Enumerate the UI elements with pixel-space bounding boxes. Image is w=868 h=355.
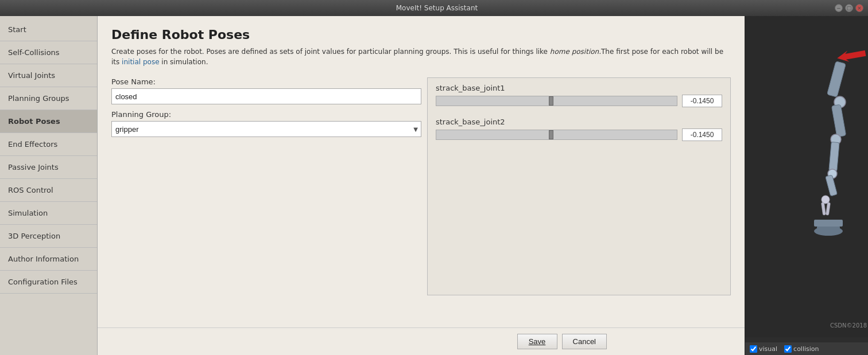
joint-slider-row-1 — [436, 95, 722, 107]
collision-checkbox[interactable] — [784, 345, 792, 353]
sidebar: Start Self-Collisions Virtual Joints Pla… — [0, 16, 98, 355]
joint-slider-1[interactable] — [436, 96, 677, 106]
joint-value-input-2[interactable] — [682, 128, 722, 141]
sidebar-item-start[interactable]: Start — [0, 18, 97, 41]
two-col-layout: Pose Name: Planning Group: gripper manip… — [111, 77, 731, 295]
page-description: Create poses for the robot. Poses are de… — [111, 46, 731, 67]
planning-group-label: Planning Group: — [111, 110, 421, 119]
sidebar-item-self-collisions[interactable]: Self-Collisions — [0, 41, 97, 64]
bottom-bar: Save Cancel — [98, 327, 745, 355]
save-button[interactable]: Save — [517, 334, 557, 349]
sidebar-item-planning-groups[interactable]: Planning Groups — [0, 87, 97, 110]
visual-checkbox-label[interactable]: visual — [750, 345, 777, 353]
collision-checkbox-label[interactable]: collision — [784, 345, 819, 353]
visual-label: visual — [759, 345, 777, 353]
planning-group-row: Planning Group: gripper manipulator arm … — [111, 110, 421, 137]
joint-name-1: strack_base_joint1 — [436, 84, 722, 92]
joint-slider-2[interactable] — [436, 130, 677, 140]
viewport-bottom: visual collision — [745, 342, 868, 355]
page-title: Define Robot Poses — [111, 28, 731, 42]
maximize-button[interactable]: □ — [845, 4, 853, 12]
window-title: MoveIt! Setup Assistant — [39, 4, 835, 12]
planning-group-select[interactable]: gripper manipulator arm — [111, 121, 421, 137]
sidebar-item-simulation[interactable]: Simulation — [0, 202, 97, 225]
sidebar-item-configuration-files[interactable]: Configuration Files — [0, 271, 97, 294]
sidebar-item-passive-joints[interactable]: Passive Joints — [0, 156, 97, 179]
sidebar-item-3d-perception[interactable]: 3D Perception — [0, 225, 97, 248]
robot-visual — [745, 16, 868, 337]
pose-name-row: Pose Name: — [111, 77, 421, 104]
joint-name-2: strack_base_joint2 — [436, 118, 722, 126]
window-controls[interactable]: − □ × — [835, 4, 863, 12]
collision-label: collision — [793, 345, 819, 353]
planning-group-select-wrap: gripper manipulator arm ▼ — [111, 121, 421, 137]
sidebar-item-robot-poses[interactable]: Robot Poses — [0, 110, 97, 133]
sidebar-item-author-information[interactable]: Author Information — [0, 248, 97, 271]
minimize-button[interactable]: − — [835, 4, 843, 12]
joint-slider-row-2 — [436, 128, 722, 141]
title-bar: MoveIt! Setup Assistant − □ × — [0, 0, 868, 16]
svg-rect-0 — [745, 16, 868, 337]
sidebar-item-ros-control[interactable]: ROS Control — [0, 179, 97, 202]
svg-rect-12 — [814, 220, 843, 227]
close-button[interactable]: × — [855, 4, 863, 12]
viewport-3d: CSDN©2018 — [745, 16, 868, 342]
pose-name-label: Pose Name: — [111, 77, 421, 86]
joint-row-1: strack_base_joint1 — [436, 84, 722, 107]
visual-checkbox[interactable] — [750, 345, 757, 353]
svg-point-14 — [814, 227, 843, 236]
cancel-button[interactable]: Cancel — [562, 334, 607, 349]
watermark: CSDN©2018 — [830, 322, 867, 329]
viewport-panel: CSDN©2018 visual collision — [745, 16, 868, 355]
sidebar-item-end-effectors[interactable]: End Effectors — [0, 133, 97, 156]
main-content: Define Robot Poses Create poses for the … — [98, 16, 745, 355]
sidebar-item-virtual-joints[interactable]: Virtual Joints — [0, 64, 97, 87]
left-form: Pose Name: Planning Group: gripper manip… — [111, 77, 421, 295]
pose-name-input[interactable] — [111, 88, 421, 104]
joint-row-2: strack_base_joint2 — [436, 118, 722, 141]
joints-panel: strack_base_joint1 strack_base_joint2 — [427, 77, 731, 295]
content-area: Define Robot Poses Create poses for the … — [98, 16, 745, 327]
joint-value-input-1[interactable] — [682, 95, 722, 107]
app-body: Start Self-Collisions Virtual Joints Pla… — [0, 16, 868, 355]
